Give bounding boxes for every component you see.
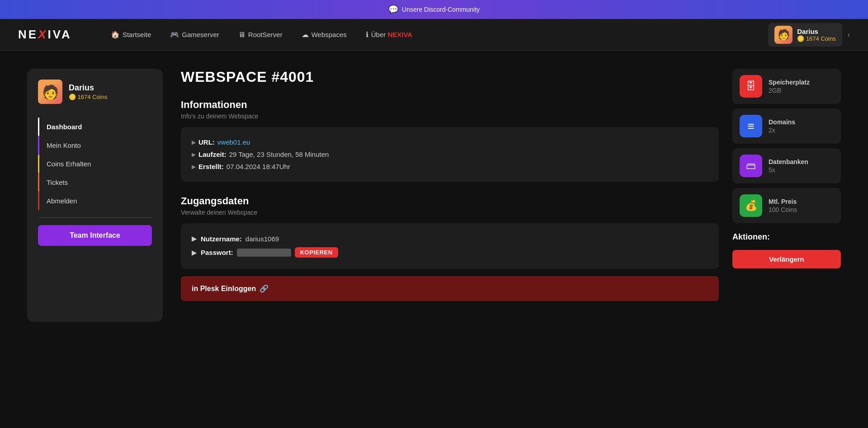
informationen-section: Informationen Info's zu deinem Webspace …	[181, 99, 719, 182]
nav-startseite[interactable]: 🏠 Startseite	[104, 27, 158, 42]
stat-info-datenbanken: Datenbanken 5x	[769, 158, 808, 174]
cloud-icon: ☁	[302, 30, 309, 39]
nav-right: 🧑 Darius 🪙 1674 Coins ‹	[768, 23, 850, 47]
erstellt-label: Erstellt:	[198, 163, 224, 170]
nav-ueber[interactable]: ℹ Über NEXIVA	[359, 27, 420, 42]
sidebar-username: Darius	[69, 83, 107, 93]
banner-text: Unsere Discord-Community	[402, 6, 480, 13]
domains-value: 2x	[769, 127, 795, 134]
sidebar-user-info: Darius 🪙 1674 Coins	[69, 83, 107, 100]
sidebar-label-dashboard: Dashboard	[47, 123, 82, 131]
stat-info-preis: Mtl. Preis 100 Coins	[769, 198, 797, 213]
nav-rootserver[interactable]: 🖥 RootServer	[231, 27, 290, 42]
logo-x: X	[38, 28, 47, 41]
domains-icon: ≡	[740, 115, 762, 137]
external-link-icon: 🔗	[259, 284, 269, 293]
zugangsdaten-box: ▶ Nutzername: darius1069 ▶ Passwort: KOP…	[181, 223, 719, 269]
storage-icon: 🗄	[740, 75, 762, 98]
plesk-button[interactable]: in Plesk Einloggen 🔗	[181, 276, 719, 301]
sidebar-item-coins-erhalten[interactable]: Coins Erhalten	[38, 155, 152, 173]
discord-banner[interactable]: 💬 Unsere Discord-Community	[0, 0, 868, 19]
url-row: ▶ URL: vweb01.eu	[192, 136, 708, 148]
content-main: WEBSPACE #4001 Informationen Info's zu d…	[181, 69, 719, 322]
sidebar-avatar: 🧑	[38, 80, 62, 104]
stat-card-speicherplatz: 🗄 Speicherplatz 2GB	[732, 69, 841, 104]
informationen-subtitle: Info's zu deinem Webspace	[181, 113, 719, 120]
gameserver-icon: 🎮	[170, 30, 179, 39]
navbar: NEXIVA 🏠 Startseite 🎮 Gameserver 🖥 RootS…	[0, 19, 868, 51]
nav-gameserver[interactable]: 🎮 Gameserver	[163, 27, 226, 42]
laufzeit-label: Laufzeit:	[198, 151, 226, 158]
nav-webspaces-label: Webspaces	[311, 31, 347, 38]
triangle-icon-2: ▶	[192, 151, 196, 158]
verlaengern-button[interactable]: Verlängern	[732, 250, 841, 268]
stat-card-preis: 💰 Mtl. Preis 100 Coins	[732, 188, 841, 223]
sidebar-label-coins-erhalten: Coins Erhalten	[47, 160, 91, 168]
sidebar-divider	[38, 217, 152, 218]
url-value[interactable]: vweb01.eu	[217, 138, 250, 146]
user-name: Darius	[797, 28, 835, 35]
preis-value: 100 Coins	[769, 206, 797, 213]
nutzername-value: darius1069	[245, 235, 279, 243]
preis-label: Mtl. Preis	[769, 198, 797, 205]
sidebar-item-abmelden[interactable]: Abmelden	[38, 192, 152, 210]
coins-icon: 💰	[740, 194, 762, 217]
sidebar-item-dashboard[interactable]: Dashboard	[38, 118, 152, 136]
team-interface-button[interactable]: Team Interface	[38, 225, 152, 246]
erstellt-value: 07.04.2024 18:47Uhr	[226, 163, 290, 170]
password-blur	[237, 249, 291, 257]
triangle-icon-5: ▶	[192, 249, 197, 257]
passwort-row: ▶ Passwort: KOPIEREN	[192, 245, 708, 260]
domains-label: Domains	[769, 118, 795, 126]
nav-gameserver-label: Gameserver	[182, 31, 219, 38]
datenbanken-label: Datenbanken	[769, 158, 808, 165]
user-coins: 🪙 1674 Coins	[797, 35, 835, 42]
zugangsdaten-subtitle: Verwalte deinen Webspace	[181, 209, 719, 216]
user-info: Darius 🪙 1674 Coins	[797, 28, 835, 42]
logo[interactable]: NEXIVA	[18, 28, 72, 42]
chevron-icon[interactable]: ‹	[848, 31, 850, 39]
stat-info-domains: Domains 2x	[769, 118, 795, 134]
stat-card-domains: ≡ Domains 2x	[732, 108, 841, 144]
nav-rootserver-label: RootServer	[248, 31, 283, 38]
stat-card-datenbanken: 🗃 Datenbanken 5x	[732, 148, 841, 183]
zugangsdaten-title: Zugangsdaten	[181, 195, 719, 207]
triangle-icon-4: ▶	[192, 235, 197, 243]
rootserver-icon: 🖥	[238, 31, 245, 39]
content: WEBSPACE #4001 Informationen Info's zu d…	[181, 69, 841, 322]
user-card[interactable]: 🧑 Darius 🪙 1674 Coins	[768, 23, 842, 47]
speicherplatz-label: Speicherplatz	[769, 79, 810, 86]
sidebar-user: 🧑 Darius 🪙 1674 Coins	[38, 80, 152, 113]
informationen-box: ▶ URL: vweb01.eu ▶ Laufzeit: 29 Tage, 23…	[181, 127, 719, 182]
sidebar-nav: Dashboard Mein Konto Coins Erhalten Tick…	[38, 118, 152, 210]
plesk-label: in Plesk Einloggen	[192, 285, 256, 293]
avatar: 🧑	[774, 26, 793, 44]
triangle-icon: ▶	[192, 139, 196, 146]
laufzeit-value: 29 Tage, 23 Stunden, 58 Minuten	[229, 151, 329, 158]
nav-links: 🏠 Startseite 🎮 Gameserver 🖥 RootServer ☁…	[104, 27, 755, 42]
copy-button[interactable]: KOPIEREN	[295, 247, 338, 258]
datenbanken-icon: 🗃	[740, 155, 762, 177]
laufzeit-row: ▶ Laufzeit: 29 Tage, 23 Stunden, 58 Minu…	[192, 148, 708, 160]
erstellt-row: ▶ Erstellt: 07.04.2024 18:47Uhr	[192, 160, 708, 173]
sidebar-item-mein-konto[interactable]: Mein Konto	[38, 136, 152, 155]
info-icon: ℹ	[366, 30, 368, 39]
home-icon: 🏠	[111, 30, 120, 39]
datenbanken-value: 5x	[769, 166, 808, 174]
nav-startseite-label: Startseite	[123, 31, 151, 38]
speicherplatz-value: 2GB	[769, 87, 810, 94]
stat-info-speicherplatz: Speicherplatz 2GB	[769, 79, 810, 94]
stats-sidebar: 🗄 Speicherplatz 2GB ≡ Domains 2x 🗃 Daten…	[732, 69, 841, 322]
sidebar-item-tickets[interactable]: Tickets	[38, 173, 152, 192]
sidebar: 🧑 Darius 🪙 1674 Coins Dashboard Mein Kon…	[27, 69, 163, 322]
triangle-icon-3: ▶	[192, 164, 196, 170]
url-label: URL:	[198, 138, 215, 146]
sidebar-label-mein-konto: Mein Konto	[47, 141, 81, 149]
discord-icon: 💬	[388, 5, 398, 14]
nav-webspaces[interactable]: ☁ Webspaces	[294, 27, 354, 42]
informationen-title: Informationen	[181, 99, 719, 111]
aktionen-title: Aktionen:	[732, 232, 841, 242]
main-layout: 🧑 Darius 🪙 1674 Coins Dashboard Mein Kon…	[0, 51, 868, 340]
page-title: WEBSPACE #4001	[181, 69, 719, 85]
sidebar-label-abmelden: Abmelden	[47, 197, 77, 205]
